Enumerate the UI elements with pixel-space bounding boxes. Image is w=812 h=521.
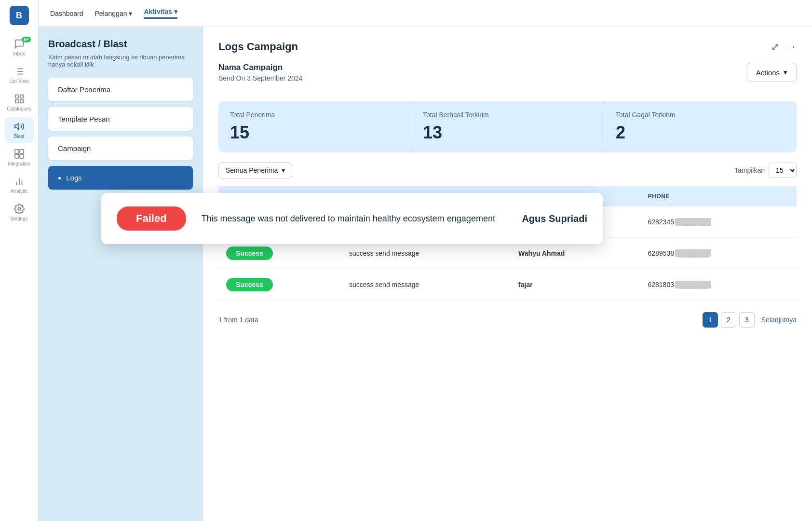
main-panel: Logs Campaign ⤢ → Nama Campaign Send On …	[203, 27, 812, 521]
page-btn-2[interactable]: 2	[721, 312, 736, 328]
tooltip-failed-badge: Failed	[117, 206, 186, 231]
campaign-name: Nama Campaign	[218, 63, 302, 72]
cell-status-2: Success	[218, 269, 341, 301]
grid-icon	[14, 94, 25, 104]
chevron-down-icon-actions: ▾	[784, 68, 787, 77]
cell-phone-2: 6281803██████	[640, 269, 797, 301]
sidebar-item-catalogues[interactable]: Catalogues	[5, 90, 34, 115]
plug-icon	[14, 149, 25, 159]
arrow-right-icon[interactable]: →	[787, 41, 797, 53]
sidebar-item-integration[interactable]: Integration	[5, 145, 34, 170]
nav-pelanggan[interactable]: Pelanggan ▾	[95, 10, 133, 17]
page-btn-1[interactable]: 1	[703, 312, 718, 328]
svg-rect-13	[14, 154, 18, 158]
sidebar-item-listview-label: List View	[10, 79, 29, 84]
filter-row: Semua Penerima ▾ Tampilkan 15 25 50	[218, 162, 797, 178]
broadcast-icon	[14, 121, 25, 132]
svg-rect-11	[14, 150, 18, 153]
svg-rect-14	[19, 154, 23, 158]
nav-dashboard[interactable]: Dashboard	[50, 10, 83, 17]
top-navigation: Dashboard Pelanggan ▾ Aktivitas ▾	[39, 0, 812, 27]
tampilkan-label: Tampilkan	[734, 166, 765, 174]
svg-rect-8	[15, 100, 18, 103]
left-panel-title: Broadcast / Blast	[48, 39, 193, 50]
actions-label: Actions	[756, 69, 780, 77]
cell-contact-2: fajar	[511, 269, 640, 301]
svg-rect-12	[19, 150, 23, 153]
page-btn-3[interactable]: 3	[739, 312, 755, 328]
pagination-info: 1 from 1 data	[218, 316, 258, 324]
stat-value-1: 13	[423, 123, 592, 143]
pagination-buttons: 1 2 3 Selanjutnya	[703, 312, 797, 328]
svg-rect-9	[20, 100, 23, 103]
status-badge-1: Success	[226, 247, 273, 260]
stat-value-0: 15	[230, 123, 399, 143]
menu-logs[interactable]: Logs	[48, 166, 193, 190]
campaign-info: Nama Campaign Send On 3 September 2024	[218, 63, 302, 82]
sidebar-item-blast[interactable]: Blast	[5, 117, 34, 143]
stats-row: Total Penerima 15 Total Berhasil Terkiri…	[218, 101, 797, 152]
sidebar-item-settings[interactable]: Settings	[5, 200, 34, 225]
nav-aktivitas[interactable]: Aktivitas ▾	[144, 8, 177, 19]
tampilkan-select[interactable]: 15 25 50	[769, 163, 797, 178]
stat-value-2: 2	[616, 123, 785, 143]
stat-gagal-terkirim: Total Gagal Terkirim 2	[604, 101, 797, 152]
semua-penerima-select[interactable]: Semua Penerima ▾	[218, 162, 292, 178]
tooltip-popup: Failed This message was not delivered to…	[101, 193, 603, 244]
campaign-date: Send On 3 September 2024	[218, 74, 302, 82]
stat-berhasil-terkirim: Total Berhasil Terkirim 13	[411, 101, 604, 152]
stat-label-0: Total Penerima	[230, 111, 399, 119]
svg-rect-6	[15, 95, 18, 98]
app-logo: B	[10, 6, 29, 25]
list-icon	[14, 66, 25, 77]
menu-campaign[interactable]: Campaign	[48, 137, 193, 160]
stat-label-2: Total Gagal Terkirim	[616, 111, 785, 119]
filter-label: Semua Penerima	[226, 166, 278, 174]
inbox-badge: 9+	[22, 37, 30, 42]
stat-total-penerima: Total Penerima 15	[218, 101, 411, 152]
sidebar-item-blast-label: Blast	[14, 134, 24, 139]
left-panel-subtitle: Kirim pesan mudah langsung ke ribuan pen…	[48, 54, 193, 68]
svg-marker-10	[14, 123, 18, 130]
stat-label-1: Total Berhasil Terkirim	[423, 111, 592, 119]
cell-phone-1: 6289538██████	[640, 238, 797, 269]
svg-rect-7	[20, 95, 23, 98]
chevron-down-icon-2: ▾	[174, 8, 177, 15]
sidebar-item-analytic[interactable]: Analytic	[5, 172, 34, 198]
svg-point-18	[18, 207, 21, 210]
sidebar-item-integration-label: Integration	[8, 161, 30, 166]
gear-icon	[14, 204, 25, 214]
cell-phone-0: 6282345██████	[640, 206, 797, 238]
col-phone: PHONE	[640, 186, 797, 206]
status-badge-2: Success	[226, 278, 273, 291]
tooltip-contact: Agus Supriadi	[522, 213, 587, 224]
sidebar-item-analytic-label: Analytic	[11, 189, 27, 194]
menu-daftar-penerima[interactable]: Daftar Penerima	[48, 78, 193, 101]
cell-message-2: success send message	[341, 269, 511, 301]
left-panel: Broadcast / Blast Kirim pesan mudah lang…	[39, 27, 203, 521]
menu-template-pesan[interactable]: Template Pesan	[48, 107, 193, 131]
sidebar-item-inbox-label: Inbox	[13, 51, 25, 56]
chart-icon	[14, 176, 25, 187]
expand-icon[interactable]: ⤢	[771, 41, 779, 53]
tooltip-message: This message was not delivered to mainta…	[202, 214, 507, 224]
actions-button[interactable]: Actions ▾	[747, 63, 797, 82]
panel-title: Logs Campaign	[218, 41, 298, 53]
selanjutnya-link[interactable]: Selanjutnya	[761, 316, 797, 324]
sidebar: B 9+ Inbox List View Catalogues Blast In…	[0, 0, 39, 521]
chevron-down-icon-filter: ▾	[282, 166, 285, 174]
pagination-row: 1 from 1 data 1 2 3 Selanjutnya	[218, 312, 797, 328]
chevron-down-icon: ▾	[129, 10, 132, 17]
tampilkan-row: Tampilkan 15 25 50	[734, 163, 797, 178]
panel-header: Logs Campaign ⤢ →	[218, 41, 797, 53]
sidebar-item-catalogues-label: Catalogues	[7, 106, 31, 111]
sidebar-item-settings-label: Settings	[10, 216, 27, 221]
sidebar-item-inbox[interactable]: 9+ Inbox	[5, 35, 34, 60]
sidebar-item-listview[interactable]: List View	[5, 62, 34, 88]
table-row: Success success send message fajar 62818…	[218, 269, 797, 301]
panel-icons: ⤢ →	[771, 41, 797, 53]
